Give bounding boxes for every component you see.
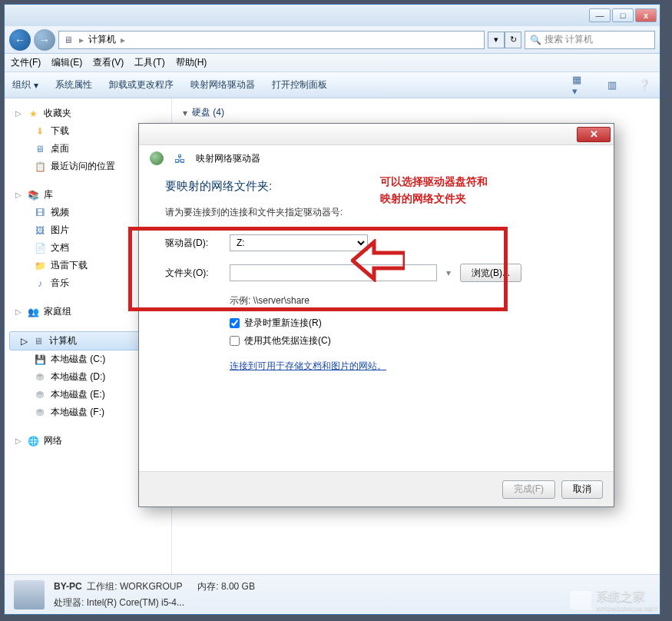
view-options-icon[interactable]: ▦ ▾ <box>572 78 588 92</box>
computer-icon: 🖥 <box>62 34 74 46</box>
connect-website-link[interactable]: 连接到可用于存储文档和图片的网站。 <box>230 360 386 371</box>
homegroup-icon: 👥 <box>27 306 39 318</box>
finish-button[interactable]: 完成(F) <box>502 480 555 499</box>
maximize-button[interactable]: □ <box>612 8 634 22</box>
desktop-icon: 🖥 <box>34 143 46 155</box>
section-hard-drives[interactable]: ▾硬盘 (4) <box>183 106 649 119</box>
breadcrumb-computer[interactable]: 计算机 <box>88 33 116 46</box>
dialog-body: 要映射的网络文件夹: 请为要连接到的连接和文件夹指定驱动器号: 可以选择驱动器盘… <box>139 171 614 471</box>
map-network-drive-button[interactable]: 映射网络驱动器 <box>190 78 255 91</box>
dialog-footer: 完成(F) 取消 <box>139 471 614 506</box>
download-folder-icon: 📁 <box>34 260 46 272</box>
dialog-heading: 要映射的网络文件夹: <box>165 179 588 194</box>
network-drive-icon: 🖧 <box>171 152 188 164</box>
drive-label: 驱动器(D): <box>165 237 220 250</box>
example-text: 示例: \\server\share <box>230 294 588 307</box>
forward-button[interactable]: → <box>34 29 55 51</box>
watermark-logo-icon <box>570 591 591 609</box>
menu-help[interactable]: 帮助(H) <box>176 56 207 69</box>
drive-icon: ⛃ <box>34 371 46 384</box>
close-button[interactable]: x <box>635 8 657 22</box>
computer-large-icon <box>14 580 45 609</box>
annotation-text: 可以选择驱动器盘符和 映射的网络文件夹 <box>380 173 488 208</box>
preview-pane-icon[interactable]: ▥ <box>604 78 620 92</box>
search-placeholder: 搜索 计算机 <box>545 33 593 46</box>
drive-letter-select[interactable]: Z: <box>230 234 368 251</box>
other-credentials-checkbox[interactable] <box>230 336 240 346</box>
browse-button[interactable]: 浏览(B)... <box>460 264 521 282</box>
folder-label: 文件夹(O): <box>165 267 220 280</box>
system-properties-button[interactable]: 系统属性 <box>55 78 92 91</box>
dialog-titlebar: ✕ <box>139 124 614 145</box>
chevron-right-icon: ▸ <box>79 35 84 45</box>
folder-path-input[interactable] <box>230 264 437 281</box>
menu-bar: 文件(F) 编辑(E) 查看(V) 工具(T) 帮助(H) <box>5 54 660 72</box>
status-memory-label: 内存: <box>197 581 218 592</box>
map-network-drive-dialog: ✕ 🖧 映射网络驱动器 要映射的网络文件夹: 请为要连接到的连接和文件夹指定驱动… <box>138 123 614 507</box>
help-icon[interactable]: ❔ <box>637 78 652 92</box>
search-icon: 🔍 <box>530 35 541 45</box>
drive-icon: ⛃ <box>34 389 46 401</box>
menu-file[interactable]: 文件(F) <box>11 56 41 69</box>
search-input[interactable]: 🔍 搜索 计算机 <box>525 31 655 49</box>
drive-icon: 💾 <box>34 354 46 366</box>
address-dropdown-button[interactable]: ▾ <box>488 32 505 48</box>
status-workgroup-label: 工作组: <box>87 581 117 592</box>
download-icon: ⬇ <box>34 125 46 138</box>
chevron-right-icon: ▸ <box>121 35 125 45</box>
video-icon: 🎞 <box>34 207 46 219</box>
document-icon: 📄 <box>34 242 46 254</box>
menu-tools[interactable]: 工具(T) <box>134 56 164 69</box>
status-bar: BY-PC 工作组: WORKGROUP 内存: 8.00 GB 处理器: In… <box>5 574 660 614</box>
recent-icon: 📋 <box>34 161 46 173</box>
refresh-button[interactable]: ↻ <box>505 32 521 48</box>
status-memory: 8.00 GB <box>221 581 255 592</box>
reconnect-label: 登录时重新连接(R) <box>244 317 322 330</box>
menu-edit[interactable]: 编辑(E) <box>51 56 82 69</box>
nav-bar: ← → 🖥 ▸ 计算机 ▸ ▾ ↻ 🔍 搜索 计算机 <box>5 26 660 54</box>
minimize-button[interactable]: — <box>589 8 611 22</box>
status-cpu: Intel(R) Core(TM) i5-4... <box>87 597 184 608</box>
uninstall-button[interactable]: 卸载或更改程序 <box>109 78 174 91</box>
toolbar: 组织 ▾ 系统属性 卸载或更改程序 映射网络驱动器 打开控制面板 ▦ ▾ ▥ ❔ <box>5 72 660 98</box>
organize-menu[interactable]: 组织 ▾ <box>12 78 38 91</box>
status-workgroup: WORKGROUP <box>120 581 182 592</box>
back-button[interactable]: ← <box>9 29 31 51</box>
reconnect-checkbox[interactable] <box>230 318 240 328</box>
computer-icon: 🖥 <box>32 335 45 347</box>
dialog-description: 请为要连接到的连接和文件夹指定驱动器号: <box>165 206 588 219</box>
titlebar: — □ x <box>5 5 660 26</box>
address-bar[interactable]: 🖥 ▸ 计算机 ▸ <box>58 31 485 49</box>
status-cpu-label: 处理器: <box>54 597 84 608</box>
cancel-button[interactable]: 取消 <box>561 480 603 499</box>
music-icon: ♪ <box>34 277 46 290</box>
back-round-icon[interactable] <box>150 151 164 165</box>
dialog-title: 映射网络驱动器 <box>196 152 260 165</box>
status-computer-name: BY-PC <box>54 581 82 592</box>
control-panel-button[interactable]: 打开控制面板 <box>272 78 327 91</box>
dialog-close-button[interactable]: ✕ <box>577 127 611 142</box>
dialog-header: 🖧 映射网络驱动器 <box>139 145 614 171</box>
other-credentials-label: 使用其他凭据连接(C) <box>244 334 331 347</box>
menu-view[interactable]: 查看(V) <box>93 56 124 69</box>
sidebar-favorites[interactable]: ▷★收藏夹 <box>5 105 171 122</box>
star-icon: ★ <box>27 108 39 120</box>
picture-icon: 🖼 <box>34 224 46 237</box>
library-icon: 📚 <box>27 189 39 201</box>
network-icon: 🌐 <box>27 435 39 447</box>
drive-icon: ⛃ <box>34 407 46 419</box>
watermark: 系统之家 XITONGZHIJIA.NET <box>570 589 658 612</box>
